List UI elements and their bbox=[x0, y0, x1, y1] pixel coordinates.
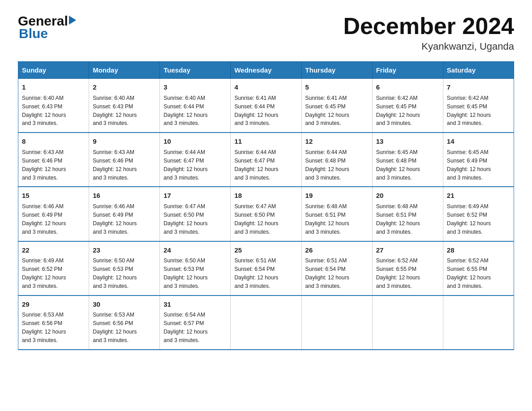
calendar-cell: 1Sunrise: 6:40 AMSunset: 6:43 PMDaylight… bbox=[18, 79, 89, 133]
calendar-table: SundayMondayTuesdayWednesdayThursdayFrid… bbox=[18, 61, 514, 350]
day-number: 31 bbox=[163, 300, 227, 310]
calendar-cell: 28Sunrise: 6:52 AMSunset: 6:55 PMDayligh… bbox=[443, 241, 514, 295]
calendar-cell: 11Sunrise: 6:44 AMSunset: 6:47 PMDayligh… bbox=[231, 133, 301, 187]
calendar-week-5: 29Sunrise: 6:53 AMSunset: 6:56 PMDayligh… bbox=[18, 295, 514, 350]
day-number: 16 bbox=[93, 191, 156, 201]
day-info: Sunrise: 6:44 AMSunset: 6:47 PMDaylight:… bbox=[163, 149, 207, 181]
day-number: 25 bbox=[234, 245, 297, 256]
logo-blue-text: Blue bbox=[18, 26, 48, 41]
day-number: 6 bbox=[376, 82, 439, 93]
header-cell-monday: Monday bbox=[89, 62, 160, 79]
day-number: 15 bbox=[22, 191, 85, 201]
day-info: Sunrise: 6:49 AMSunset: 6:52 PMDaylight:… bbox=[22, 257, 66, 289]
calendar-body: 1Sunrise: 6:40 AMSunset: 6:43 PMDaylight… bbox=[18, 79, 514, 350]
day-info: Sunrise: 6:48 AMSunset: 6:51 PMDaylight:… bbox=[376, 203, 420, 235]
day-info: Sunrise: 6:52 AMSunset: 6:55 PMDaylight:… bbox=[447, 257, 491, 289]
calendar-cell: 3Sunrise: 6:40 AMSunset: 6:44 PMDaylight… bbox=[160, 79, 231, 133]
day-info: Sunrise: 6:53 AMSunset: 6:56 PMDaylight:… bbox=[22, 312, 66, 343]
day-info: Sunrise: 6:40 AMSunset: 6:43 PMDaylight:… bbox=[93, 95, 137, 127]
day-info: Sunrise: 6:42 AMSunset: 6:45 PMDaylight:… bbox=[447, 95, 491, 127]
day-info: Sunrise: 6:41 AMSunset: 6:45 PMDaylight:… bbox=[305, 95, 349, 127]
calendar-cell: 2Sunrise: 6:40 AMSunset: 6:43 PMDaylight… bbox=[89, 79, 160, 133]
day-info: Sunrise: 6:51 AMSunset: 6:54 PMDaylight:… bbox=[234, 257, 278, 289]
calendar-cell: 6Sunrise: 6:42 AMSunset: 6:45 PMDaylight… bbox=[372, 79, 443, 133]
day-number: 29 bbox=[22, 300, 85, 310]
day-info: Sunrise: 6:40 AMSunset: 6:43 PMDaylight:… bbox=[22, 95, 66, 127]
header-cell-sunday: Sunday bbox=[18, 62, 89, 79]
day-number: 21 bbox=[447, 191, 510, 201]
calendar-cell: 13Sunrise: 6:45 AMSunset: 6:48 PMDayligh… bbox=[372, 133, 443, 187]
day-info: Sunrise: 6:46 AMSunset: 6:49 PMDaylight:… bbox=[22, 203, 66, 235]
day-number: 8 bbox=[22, 137, 85, 147]
header-right: December 2024 Kyankwanzi, Uganda bbox=[343, 13, 514, 52]
day-number: 26 bbox=[305, 245, 369, 256]
calendar-cell: 27Sunrise: 6:52 AMSunset: 6:55 PMDayligh… bbox=[372, 241, 443, 295]
day-info: Sunrise: 6:43 AMSunset: 6:46 PMDaylight:… bbox=[22, 149, 66, 181]
calendar-cell: 21Sunrise: 6:49 AMSunset: 6:52 PMDayligh… bbox=[443, 187, 514, 241]
calendar-cell: 16Sunrise: 6:46 AMSunset: 6:49 PMDayligh… bbox=[89, 187, 160, 241]
header-row: SundayMondayTuesdayWednesdayThursdayFrid… bbox=[18, 62, 514, 79]
logo: General Blue bbox=[18, 13, 77, 41]
day-number: 5 bbox=[305, 82, 369, 93]
day-number: 2 bbox=[93, 82, 156, 93]
day-number: 11 bbox=[234, 137, 297, 147]
calendar-cell: 20Sunrise: 6:48 AMSunset: 6:51 PMDayligh… bbox=[372, 187, 443, 241]
day-number: 9 bbox=[93, 137, 156, 147]
day-number: 4 bbox=[234, 82, 297, 93]
day-number: 20 bbox=[376, 191, 439, 201]
calendar-cell: 10Sunrise: 6:44 AMSunset: 6:47 PMDayligh… bbox=[160, 133, 231, 187]
day-number: 19 bbox=[305, 191, 369, 201]
header-cell-saturday: Saturday bbox=[443, 62, 514, 79]
calendar-cell: 8Sunrise: 6:43 AMSunset: 6:46 PMDaylight… bbox=[18, 133, 89, 187]
day-number: 18 bbox=[234, 191, 297, 201]
day-info: Sunrise: 6:54 AMSunset: 6:57 PMDaylight:… bbox=[163, 312, 207, 343]
header-cell-thursday: Thursday bbox=[301, 62, 372, 79]
page-header: General Blue December 2024 Kyankwanzi, U… bbox=[18, 13, 514, 52]
calendar-cell: 26Sunrise: 6:51 AMSunset: 6:54 PMDayligh… bbox=[301, 241, 372, 295]
calendar-cell: 24Sunrise: 6:50 AMSunset: 6:53 PMDayligh… bbox=[160, 241, 231, 295]
day-info: Sunrise: 6:47 AMSunset: 6:50 PMDaylight:… bbox=[234, 203, 278, 235]
day-info: Sunrise: 6:47 AMSunset: 6:50 PMDaylight:… bbox=[163, 203, 207, 235]
calendar-week-3: 15Sunrise: 6:46 AMSunset: 6:49 PMDayligh… bbox=[18, 187, 514, 241]
day-info: Sunrise: 6:43 AMSunset: 6:46 PMDaylight:… bbox=[93, 149, 137, 181]
calendar-cell: 19Sunrise: 6:48 AMSunset: 6:51 PMDayligh… bbox=[301, 187, 372, 241]
calendar-cell: 14Sunrise: 6:45 AMSunset: 6:49 PMDayligh… bbox=[443, 133, 514, 187]
day-number: 27 bbox=[376, 245, 439, 256]
day-info: Sunrise: 6:46 AMSunset: 6:49 PMDaylight:… bbox=[93, 203, 137, 235]
day-number: 10 bbox=[163, 137, 227, 147]
calendar-cell bbox=[372, 295, 443, 350]
day-info: Sunrise: 6:40 AMSunset: 6:44 PMDaylight:… bbox=[163, 95, 207, 127]
day-number: 3 bbox=[163, 82, 227, 93]
calendar-week-2: 8Sunrise: 6:43 AMSunset: 6:46 PMDaylight… bbox=[18, 133, 514, 187]
header-cell-wednesday: Wednesday bbox=[231, 62, 301, 79]
location-subtitle: Kyankwanzi, Uganda bbox=[343, 41, 514, 52]
calendar-cell: 5Sunrise: 6:41 AMSunset: 6:45 PMDaylight… bbox=[301, 79, 372, 133]
calendar-cell: 17Sunrise: 6:47 AMSunset: 6:50 PMDayligh… bbox=[160, 187, 231, 241]
day-number: 22 bbox=[22, 245, 85, 256]
day-number: 13 bbox=[376, 137, 439, 147]
day-info: Sunrise: 6:42 AMSunset: 6:45 PMDaylight:… bbox=[376, 95, 420, 127]
day-number: 28 bbox=[447, 245, 510, 256]
header-cell-tuesday: Tuesday bbox=[160, 62, 231, 79]
calendar-cell: 4Sunrise: 6:41 AMSunset: 6:44 PMDaylight… bbox=[231, 79, 301, 133]
day-info: Sunrise: 6:49 AMSunset: 6:52 PMDaylight:… bbox=[447, 203, 491, 235]
calendar-cell: 23Sunrise: 6:50 AMSunset: 6:53 PMDayligh… bbox=[89, 241, 160, 295]
day-number: 1 bbox=[22, 82, 85, 93]
logo-chevron-icon bbox=[69, 16, 76, 25]
day-info: Sunrise: 6:52 AMSunset: 6:55 PMDaylight:… bbox=[376, 257, 420, 289]
day-number: 14 bbox=[447, 137, 510, 147]
day-info: Sunrise: 6:48 AMSunset: 6:51 PMDaylight:… bbox=[305, 203, 349, 235]
day-number: 17 bbox=[163, 191, 227, 201]
day-info: Sunrise: 6:44 AMSunset: 6:48 PMDaylight:… bbox=[305, 149, 349, 181]
calendar-cell: 9Sunrise: 6:43 AMSunset: 6:46 PMDaylight… bbox=[89, 133, 160, 187]
header-cell-friday: Friday bbox=[372, 62, 443, 79]
day-number: 24 bbox=[163, 245, 227, 256]
day-info: Sunrise: 6:53 AMSunset: 6:56 PMDaylight:… bbox=[93, 312, 137, 343]
day-info: Sunrise: 6:51 AMSunset: 6:54 PMDaylight:… bbox=[305, 257, 349, 289]
calendar-cell: 22Sunrise: 6:49 AMSunset: 6:52 PMDayligh… bbox=[18, 241, 89, 295]
day-number: 30 bbox=[93, 300, 156, 310]
day-info: Sunrise: 6:45 AMSunset: 6:49 PMDaylight:… bbox=[447, 149, 491, 181]
calendar-cell: 15Sunrise: 6:46 AMSunset: 6:49 PMDayligh… bbox=[18, 187, 89, 241]
calendar-cell: 30Sunrise: 6:53 AMSunset: 6:56 PMDayligh… bbox=[89, 295, 160, 350]
day-info: Sunrise: 6:41 AMSunset: 6:44 PMDaylight:… bbox=[234, 95, 278, 127]
